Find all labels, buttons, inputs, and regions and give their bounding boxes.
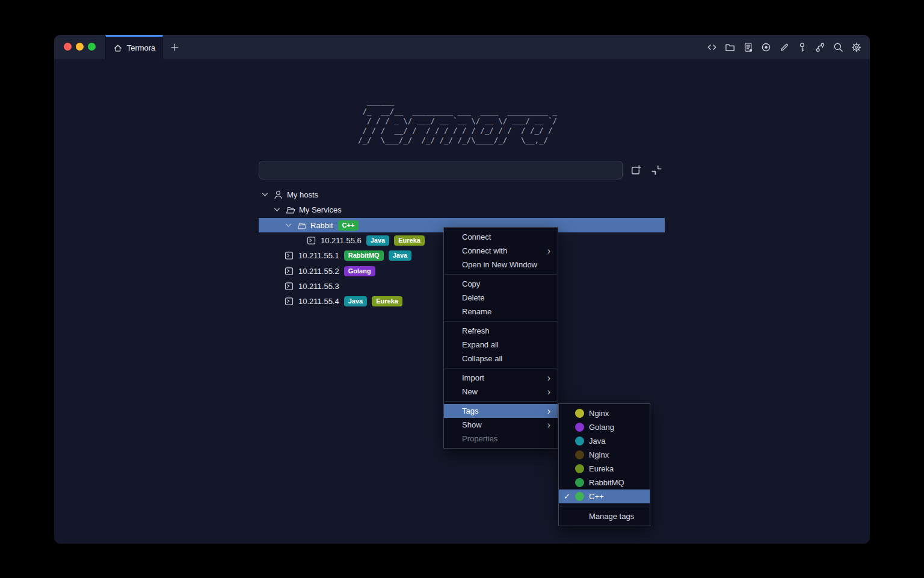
record-icon: [760, 42, 772, 53]
edit-button[interactable]: [778, 41, 790, 54]
submenu-arrow-icon: ›: [547, 406, 550, 416]
menu-item-rename[interactable]: Rename: [444, 305, 558, 319]
tag-menu-label: C++: [589, 492, 604, 501]
tag-chip: Java: [366, 235, 389, 246]
search-input[interactable]: [259, 161, 623, 179]
tag-chip: RabbitMQ: [344, 250, 384, 261]
menu-item-copy[interactable]: Copy: [444, 277, 558, 291]
menu-item-properties: Properties: [444, 432, 558, 446]
menu-item-delete[interactable]: Delete: [444, 291, 558, 305]
menu-item-label: Connect: [462, 232, 491, 241]
host-label: 10.211.55.3: [298, 282, 339, 291]
tag-menu-label: Golang: [589, 423, 614, 432]
manage-tags-label: Manage tags: [589, 512, 634, 521]
event-log-button[interactable]: [742, 41, 754, 54]
menu-item-label: Tags: [462, 406, 478, 415]
menu-item-label: Import: [462, 373, 484, 382]
tag-menu-item-golang[interactable]: Golang: [559, 420, 650, 434]
tag-chip: C++: [338, 220, 359, 231]
chevron-down-icon[interactable]: [285, 222, 294, 229]
chevron-down-icon[interactable]: [261, 191, 270, 199]
host-label: 10.211.55.6: [321, 236, 362, 245]
manage-tags-item[interactable]: Manage tags: [559, 509, 650, 523]
search-button[interactable]: [832, 41, 845, 54]
menu-divider: [445, 368, 557, 368]
collapse-corners-icon: [650, 164, 663, 176]
add-box-icon: [629, 164, 642, 176]
folder-button[interactable]: [724, 41, 736, 54]
minimize-window-button[interactable]: [76, 43, 84, 51]
menu-item-tags[interactable]: Tags ›: [444, 404, 558, 418]
tag-color-dot: [575, 437, 584, 446]
zoom-window-button[interactable]: [88, 43, 96, 51]
home-icon: [113, 43, 123, 53]
terminal-icon: [285, 251, 295, 260]
keychain-button[interactable]: [814, 41, 827, 54]
terminal-icon: [285, 282, 295, 291]
termora-window: Termora: [54, 35, 870, 544]
menu-item-new[interactable]: New ›: [444, 385, 558, 399]
tab-title: Termora: [127, 43, 156, 52]
tag-menu-item-rabbitmq[interactable]: RabbitMQ: [559, 476, 650, 489]
tag-menu-item-java[interactable]: Java: [559, 434, 650, 448]
terminal-icon: [285, 267, 295, 276]
menu-divider: [445, 401, 557, 402]
tag-chip: Eureka: [394, 235, 425, 246]
menu-divider: [559, 506, 649, 506]
termora-ascii-logo: ______ /_ __/__ _________ ___ ____ _____…: [358, 97, 575, 145]
tag-menu-item-nginx[interactable]: Nginx: [559, 406, 650, 420]
tag-color-dot: [575, 478, 584, 487]
menu-item-open-in-new-window[interactable]: Open in New Window: [444, 258, 558, 272]
menu-item-connect-with[interactable]: Connect with ›: [444, 244, 558, 258]
new-tab-button[interactable]: [168, 41, 180, 53]
menu-item-label: Show: [462, 420, 482, 429]
tag-menu-item-nginx-2[interactable]: Nginx: [559, 448, 650, 462]
menu-item-label: Rename: [462, 307, 491, 316]
tag-menu-label: Java: [589, 437, 605, 446]
submenu-arrow-icon: ›: [547, 387, 550, 397]
menu-item-connect[interactable]: Connect: [444, 230, 558, 244]
host-label: 10.211.55.1: [298, 251, 339, 260]
key-icon: [796, 42, 808, 53]
close-window-button[interactable]: [64, 43, 72, 51]
menu-item-label: New: [462, 387, 478, 396]
tag-menu-item-cpp[interactable]: ✓ C++: [559, 489, 650, 503]
code-button[interactable]: [706, 41, 718, 54]
add-host-button[interactable]: [629, 163, 642, 176]
chevron-down-icon[interactable]: [273, 206, 282, 214]
menu-item-expand-all[interactable]: Expand all: [444, 338, 558, 352]
tag-menu-label: Eureka: [589, 464, 614, 473]
titlebar: Termora: [54, 35, 870, 59]
tree-row-my-services[interactable]: My Services: [259, 202, 665, 217]
menu-item-show[interactable]: Show ›: [444, 418, 558, 432]
person-icon: [273, 190, 284, 200]
submenu-arrow-icon: ›: [547, 420, 550, 430]
tag-color-dot: [575, 450, 584, 459]
menu-item-label: Copy: [462, 279, 480, 288]
macro-record-button[interactable]: [760, 41, 772, 54]
tag-menu-label: RabbitMQ: [589, 478, 624, 487]
menu-item-refresh[interactable]: Refresh: [444, 324, 558, 338]
submenu-arrow-icon: ›: [547, 373, 550, 383]
menu-item-label: Expand all: [462, 340, 499, 349]
settings-button[interactable]: [850, 41, 863, 54]
tag-color-dot: [575, 409, 584, 418]
code-icon: [706, 42, 718, 53]
tab-termora[interactable]: Termora: [105, 35, 163, 59]
tag-color-dot: [575, 492, 584, 501]
menu-item-label: Refresh: [462, 326, 490, 335]
traffic-lights: [64, 43, 96, 51]
menu-item-import[interactable]: Import ›: [444, 371, 558, 385]
tag-chip: Eureka: [372, 296, 402, 306]
menu-item-collapse-all[interactable]: Collapse all: [444, 352, 558, 365]
tag-menu-item-eureka[interactable]: Eureka: [559, 462, 650, 476]
menu-divider: [445, 274, 557, 275]
tag-color-dot: [575, 423, 584, 432]
key-manager-button[interactable]: [796, 41, 808, 54]
folder-icon: [724, 42, 736, 53]
collapse-all-button[interactable]: [650, 163, 663, 176]
host-label: 10.211.55.2: [298, 267, 339, 276]
check-icon: ✓: [564, 492, 575, 501]
tree-row-my-hosts[interactable]: My hosts: [259, 187, 665, 202]
host-label: 10.211.55.4: [298, 297, 339, 306]
